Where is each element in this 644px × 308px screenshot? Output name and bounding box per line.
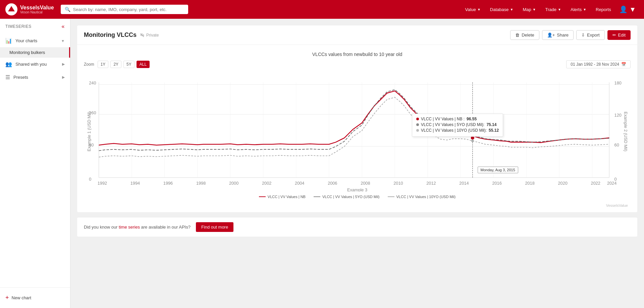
svg-text:120: 120 [614, 113, 622, 118]
chart-watermark: VesselsValue [84, 202, 631, 209]
svg-point-55 [471, 139, 474, 142]
nav-value[interactable]: Value ▼ [461, 4, 485, 15]
svg-text:240: 240 [89, 80, 96, 85]
chart-title-area: Monitoring VLCCs Private [84, 32, 159, 39]
svg-text:1996: 1996 [163, 181, 173, 186]
chart-legend: VLCC | VV Values | NB VLCC | VV Values |… [84, 195, 631, 199]
chevron-right-icon: ▶ [62, 75, 65, 79]
svg-text:180: 180 [614, 80, 622, 85]
chart-title: Monitoring VLCCs [84, 32, 137, 39]
svg-text:2004: 2004 [295, 181, 304, 186]
sidebar-footer: + New chart [0, 287, 70, 308]
users-icon: 👥 [5, 61, 12, 67]
user-icon[interactable]: 👤 ▼ [616, 3, 639, 16]
nav-alerts[interactable]: Alerts ▼ [567, 4, 590, 15]
svg-text:2010: 2010 [393, 181, 403, 186]
chevron-down-icon: ▼ [510, 8, 513, 11]
svg-text:Example 3: Example 3 [347, 187, 367, 191]
sidebar-sub-item-label: Monitoring bulkers [9, 50, 45, 55]
list-icon: ☰ [5, 74, 10, 80]
header: VesselsValue Veson Nautical 🔍 Value ▼ Da… [0, 0, 644, 19]
trash-icon: 🗑 [515, 33, 520, 38]
svg-point-54 [471, 134, 474, 136]
svg-text:Example 1 (USD Mil): Example 1 (USD Mil) [87, 112, 92, 151]
chevron-down-icon: ▼ [533, 8, 536, 11]
sidebar-item-monitoring-bulkers[interactable]: Monitoring bulkers [0, 47, 70, 58]
sidebar-item-label: Your charts [15, 38, 37, 43]
date-tooltip: Monday, Aug 3, 2015 [478, 167, 518, 173]
edit-button[interactable]: ✏ Edit [607, 30, 631, 40]
chart-toolbar: Monitoring VLCCs Private 🗑 Delete [77, 25, 637, 45]
legend-line-nb [259, 196, 266, 197]
legend-label-5yo: VLCC | VV Values | 5YO (USD Mil) [322, 195, 380, 199]
search-input[interactable] [73, 7, 184, 12]
sidebar-item-label: Shared with you [15, 62, 47, 67]
api-bar-text: Did you know our time series are availab… [84, 225, 191, 230]
sidebar-header: Timeseries « [0, 19, 70, 34]
api-info-bar: Did you know our time series are availab… [77, 218, 637, 237]
svg-text:0: 0 [89, 177, 91, 182]
delete-button[interactable]: 🗑 Delete [510, 30, 539, 40]
svg-text:2018: 2018 [525, 181, 534, 186]
search-icon: 🔍 [65, 7, 70, 12]
find-out-more-button[interactable]: Find out more [196, 222, 233, 232]
search-bar[interactable]: 🔍 [61, 5, 188, 14]
chevron-down-icon: ▼ [583, 8, 586, 11]
chevron-down-icon: ▼ [477, 8, 481, 11]
svg-text:2014: 2014 [459, 181, 469, 186]
nav-database[interactable]: Database ▼ [486, 4, 518, 15]
zoom-controls: Zoom 1Y 2Y 5Y ALL [84, 61, 150, 68]
svg-text:2000: 2000 [229, 181, 238, 186]
private-icon [140, 33, 145, 38]
export-button[interactable]: ⇩ Export [576, 30, 605, 40]
svg-text:1998: 1998 [196, 181, 206, 186]
svg-text:2006: 2006 [328, 181, 337, 186]
zoom-2y-button[interactable]: 2Y [110, 61, 121, 68]
logo[interactable]: VesselsValue Veson Nautical [5, 3, 54, 15]
sidebar: Timeseries « 📊 Your charts ▼ Monitoring … [0, 19, 70, 308]
chart-svg: .axis-label { font-size: 10px; fill: #88… [84, 72, 631, 191]
nav-reports[interactable]: Reports [592, 4, 615, 15]
zoom-1y-button[interactable]: 1Y [98, 61, 109, 68]
logo-icon [5, 3, 17, 15]
chart-card: Monitoring VLCCs Private 🗑 Delete [77, 25, 637, 212]
share-icon: 👤+ [547, 33, 555, 38]
zoom-all-button[interactable]: ALL [137, 61, 150, 68]
svg-text:2024: 2024 [607, 181, 616, 186]
svg-text:60: 60 [614, 142, 619, 147]
chart-svg-wrap: .axis-label { font-size: 10px; fill: #88… [84, 72, 631, 191]
sidebar-item-your-charts[interactable]: 📊 Your charts ▼ [0, 34, 70, 47]
chevron-down-icon: ▼ [558, 8, 561, 11]
chart-body: VLCCs values from newbuild to 10 year ol… [77, 45, 637, 212]
date-range-button[interactable]: 01 Jan 1992 - 28 Nov 2024 📅 [566, 60, 631, 68]
logo-text: VesselsValue Veson Nautical [20, 5, 54, 14]
new-chart-label: New chart [12, 295, 32, 300]
legend-item-10yo: VLCC | VV Values | 10YO (USD Mil) [388, 195, 456, 199]
zoom-label: Zoom [84, 62, 94, 67]
plus-icon: + [5, 294, 9, 301]
edit-icon: ✏ [612, 33, 616, 38]
nav-map[interactable]: Map ▼ [519, 4, 540, 15]
chart-icon: 📊 [5, 38, 12, 44]
zoom-5y-button[interactable]: 5Y [123, 61, 135, 68]
sidebar-item-label: Presets [13, 75, 28, 80]
visibility-label: Private [146, 33, 159, 38]
chart-actions: 🗑 Delete 👤+ Share ⇩ Export ✏ Edit [510, 30, 631, 40]
svg-text:2008: 2008 [361, 181, 370, 186]
export-icon: ⇩ [581, 33, 585, 38]
nav-trade[interactable]: Trade ▼ [541, 4, 565, 15]
share-button[interactable]: 👤+ Share [542, 30, 574, 40]
svg-point-53 [471, 136, 474, 139]
layout: Timeseries « 📊 Your charts ▼ Monitoring … [0, 19, 644, 308]
new-chart-button[interactable]: + New chart [5, 292, 65, 303]
sidebar-collapse-button[interactable]: « [62, 23, 65, 29]
chevron-down-icon: ▼ [61, 39, 65, 43]
chevron-right-icon: ▶ [62, 62, 65, 66]
legend-label-nb: VLCC | VV Values | NB [268, 195, 306, 199]
tooltip-date: Monday, Aug 3, 2015 [481, 168, 515, 172]
svg-text:1992: 1992 [98, 181, 107, 186]
sidebar-item-shared-with-you[interactable]: 👥 Shared with you ▶ [0, 58, 70, 71]
sidebar-item-presets[interactable]: ☰ Presets ▶ [0, 71, 70, 84]
calendar-icon: 📅 [621, 62, 626, 67]
legend-label-10yo: VLCC | VV Values | 10YO (USD Mil) [396, 195, 456, 199]
